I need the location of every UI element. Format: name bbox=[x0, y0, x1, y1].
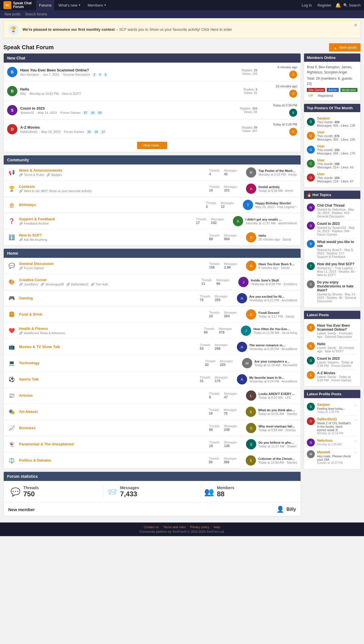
profile-post-menu[interactable]: ··· bbox=[354, 439, 357, 447]
hot-topic-avatar: N bbox=[307, 203, 315, 211]
forum-last: J Inside June's Skull Yesterday at 8:58 … bbox=[238, 277, 297, 287]
nav-members[interactable]: Members ▼ bbox=[85, 0, 109, 10]
footer-privacy[interactable]: Privacy policy bbox=[190, 525, 209, 529]
top-poster-name[interactable]: Sanjeev bbox=[317, 116, 357, 120]
site-logo[interactable]: SC Speak ChatForum bbox=[3, 1, 32, 9]
top-poster-name[interactable]: User bbox=[317, 144, 357, 148]
latest-post-avatar: S bbox=[307, 371, 315, 379]
forum-name[interactable]: Paranormal & The Unexplained bbox=[19, 442, 206, 446]
last-avatar: R bbox=[246, 167, 256, 178]
thread-title[interactable]: Have You Ever Been Scammed Online? bbox=[20, 68, 232, 72]
forum-icon: 📰 bbox=[7, 391, 16, 400]
last-avatar: S bbox=[246, 423, 256, 433]
top-poster-name[interactable]: User bbox=[317, 130, 357, 134]
forum-name[interactable]: Support & Feedback bbox=[19, 217, 193, 221]
footer: Contact us Terms and rules Privacy polic… bbox=[0, 522, 364, 536]
search-forums-link[interactable]: Search forums bbox=[25, 12, 47, 16]
forum-name[interactable]: Sports Talk bbox=[19, 377, 197, 381]
login-button[interactable]: Log in bbox=[300, 3, 313, 7]
forum-name[interactable]: Movies & TV Show Talk bbox=[19, 345, 197, 349]
banner-close-button[interactable]: ✕ bbox=[354, 22, 357, 28]
forum-name[interactable]: Birthdays bbox=[19, 203, 203, 207]
forum-last-info: I didn't get any emails from the forum S… bbox=[245, 218, 297, 225]
hot-topic-avatar: S bbox=[307, 280, 315, 288]
top-poster-item: U User This month: 193 Messages: 265 · L… bbox=[307, 143, 357, 157]
top-poster-item: U User This month: 276 Messages: 302 · L… bbox=[307, 129, 357, 143]
latest-post-info: A-Z Movies Latest: Sandy · Today at 3:28… bbox=[317, 371, 357, 382]
forum-name[interactable]: Business bbox=[19, 426, 206, 430]
forum-last-info: Top Poster of the Month, Member ... Mond… bbox=[258, 169, 297, 176]
forum-subtext: 🔗 JuneBerry 🔗 Streamguy69 🔗 DaNerdiest1 … bbox=[19, 283, 198, 286]
forum-item: ⚽ Sports Talk Threads31 Messages176 A My… bbox=[4, 371, 301, 388]
forum-name[interactable]: News & Announcements bbox=[19, 168, 206, 172]
last-poster-avatar: S bbox=[289, 109, 297, 117]
last-avatar: J bbox=[238, 277, 249, 287]
profile-post-menu[interactable]: ··· bbox=[354, 450, 357, 464]
latest-post-item: S Hello Latest: Sandy · 26 minutes ago ·… bbox=[307, 340, 357, 355]
top-poster-avatar: U bbox=[307, 132, 315, 140]
new-posts-link[interactable]: New posts bbox=[5, 12, 20, 16]
forum-details: Birthdays bbox=[19, 203, 203, 207]
nav-whats-new[interactable]: What's new ▼ bbox=[55, 0, 84, 10]
thread-info: Have You Ever Been Scammed Online? Ben K… bbox=[20, 68, 232, 76]
view-more-row: View more... bbox=[4, 139, 301, 152]
threads-icon: 💬 bbox=[11, 487, 20, 497]
thread-title[interactable]: A-Z Movies bbox=[20, 125, 232, 129]
forum-name[interactable]: Technology bbox=[19, 361, 202, 365]
last-avatar: T bbox=[243, 200, 253, 210]
last-avatar: S bbox=[246, 439, 256, 449]
forum-counts: Threads53 Messages286 bbox=[200, 343, 234, 351]
profile-post-info: Nebulous Monday at 1:45 AM bbox=[317, 439, 352, 447]
view-more-button[interactable]: View more... bbox=[137, 142, 167, 149]
footer-help[interactable]: Help bbox=[214, 525, 220, 529]
forum-name[interactable]: New to SCF? bbox=[19, 233, 206, 237]
forum-last: J How Often Do You Exercise? Today at 11… bbox=[241, 326, 297, 336]
last-avatar: M bbox=[242, 358, 252, 368]
last-avatar: S bbox=[246, 232, 256, 242]
top-poster-avatar: U bbox=[307, 146, 315, 154]
forum-icon: 🏆 bbox=[7, 184, 16, 193]
latest-post-info: Hello Latest: Sandy · 26 minutes ago · N… bbox=[317, 342, 357, 353]
new-posts-button[interactable]: 🔥 New posts bbox=[329, 43, 361, 52]
latest-post-avatar: S bbox=[307, 324, 315, 332]
nav-links: Forums What's new ▼ Members ▼ bbox=[36, 0, 300, 10]
forum-details: Art Attack! bbox=[19, 410, 206, 414]
forum-icon: ⚽ bbox=[7, 375, 16, 384]
forum-details: Politics & Debates bbox=[19, 458, 206, 463]
forum-name[interactable]: Health & Fitness bbox=[19, 326, 201, 331]
forum-last: M Are your computers and gadgets h... To… bbox=[242, 358, 297, 368]
nav-forums[interactable]: Forums bbox=[36, 0, 54, 10]
footer-contact[interactable]: Contact us bbox=[144, 525, 159, 529]
forum-name[interactable]: Articles bbox=[19, 393, 206, 398]
new-posts-icon: 🔥 bbox=[333, 45, 338, 50]
forum-name[interactable]: Contests bbox=[19, 184, 206, 189]
top-poster-name[interactable]: User bbox=[317, 172, 357, 176]
footer-terms[interactable]: Terms and rules bbox=[163, 525, 185, 529]
forum-counts: Threads60 Messages476 bbox=[204, 327, 238, 334]
thread-title[interactable]: Count to 2023 bbox=[20, 106, 232, 110]
forum-name[interactable]: Food & Drink bbox=[19, 312, 206, 316]
forum-icon: 💻 bbox=[7, 359, 16, 368]
forum-icon: 🎮 bbox=[7, 294, 16, 303]
forum-name[interactable]: Gaming bbox=[19, 296, 197, 300]
forum-counts: Threads22 Messages264 bbox=[209, 311, 243, 318]
forum-counts: Threads17 Messages242 bbox=[196, 218, 230, 225]
thread-title[interactable]: Hello bbox=[20, 87, 232, 91]
top-poster-name[interactable]: User bbox=[317, 158, 357, 162]
footer-links: Contact us Terms and rules Privacy polic… bbox=[3, 525, 361, 529]
forum-counts: Threads11 Messages96 bbox=[201, 279, 235, 286]
forum-name[interactable]: General Discussion bbox=[19, 262, 206, 266]
forum-last-info: Food/ Dessert Today at 3:17 PM · Sandy bbox=[258, 311, 297, 318]
search-button[interactable]: 🔍 Search bbox=[343, 3, 361, 7]
forum-name[interactable]: Creative Corner bbox=[19, 278, 198, 282]
hot-topics-box: 🔥 Hot Topics N Chit Chat Thread Started … bbox=[304, 190, 361, 308]
forum-item: ❤️ Health & Fitness 🔗 Healthcare News & … bbox=[4, 323, 301, 339]
forum-name[interactable]: Politics & Debates bbox=[19, 458, 206, 462]
forum-name[interactable]: Art Attack! bbox=[19, 410, 206, 414]
hot-topic-info: How did you find SCF? Started by ~ True … bbox=[317, 262, 357, 277]
profile-post-menu[interactable]: ··· bbox=[354, 403, 357, 413]
new-member-name[interactable]: Billy bbox=[286, 507, 296, 512]
profile-post-menu[interactable]: ··· bbox=[354, 417, 357, 435]
register-button[interactable]: Register bbox=[316, 3, 333, 7]
bell-icon[interactable]: 🔔 bbox=[335, 3, 341, 8]
